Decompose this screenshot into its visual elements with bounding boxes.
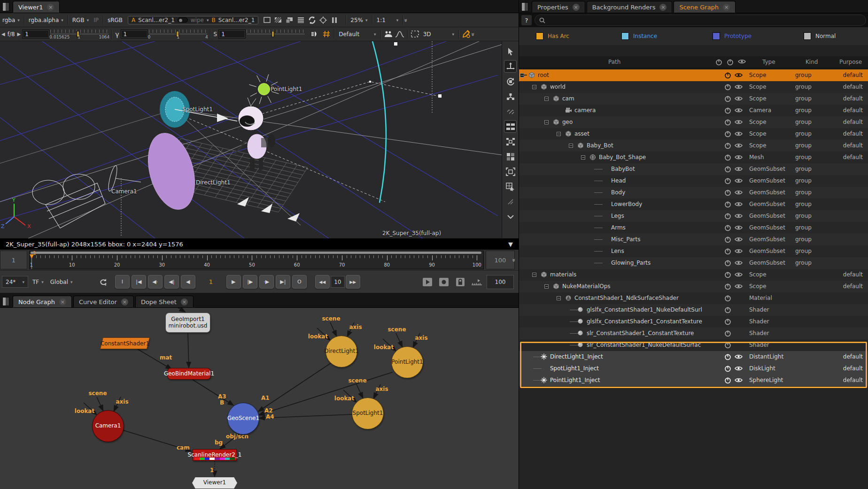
in-point-button[interactable]: I	[115, 275, 130, 289]
close-icon[interactable]: ×	[181, 298, 188, 306]
prev-keyframe-button[interactable]: ◀|	[164, 275, 179, 289]
cursor-icon[interactable]	[504, 45, 517, 58]
node-pointlight1[interactable]: PointLight1	[391, 346, 423, 378]
views-dropdown[interactable]: Global▾	[48, 278, 84, 286]
stereo-cameras-icon[interactable]	[383, 29, 394, 39]
split-horizontal-icon[interactable]	[504, 120, 517, 133]
refresh-icon[interactable]	[306, 15, 318, 25]
collapse-toolbar2-icon[interactable]: »	[470, 33, 477, 36]
zoom-level-dropdown[interactable]: 25%▾	[348, 16, 370, 24]
timeline-collapse-icon[interactable]: »	[511, 259, 518, 261]
tab-curve-editor[interactable]: Curve Editor×	[73, 296, 134, 307]
scale-icon[interactable]	[504, 90, 517, 103]
panel-handle-icon[interactable]	[2, 2, 9, 11]
gain-input[interactable]: 1	[22, 30, 49, 38]
zebra-stripes-icon[interactable]	[272, 15, 284, 25]
loop-mode-icon[interactable]	[97, 275, 109, 288]
range-start-field[interactable]: 1	[0, 251, 27, 269]
record-icon[interactable]	[437, 275, 450, 288]
next-increment-button[interactable]: ·▶	[259, 275, 274, 289]
current-frame-field[interactable]: 1	[200, 275, 222, 289]
node-directlight1[interactable]: DirectLight1	[326, 336, 357, 367]
roi-icon[interactable]	[318, 15, 329, 25]
translate-icon[interactable]	[504, 60, 517, 73]
playback-range-field[interactable]: 100	[487, 275, 514, 289]
goto-start-button[interactable]: |◀	[132, 275, 146, 289]
saturation-slider[interactable]	[246, 28, 306, 41]
input-process-toggle[interactable]: IP	[91, 16, 101, 24]
wipe-toggle[interactable]	[178, 17, 188, 23]
a-input-value[interactable]: Scanl...er2_1	[138, 17, 175, 23]
pointlight-gizmo[interactable]	[258, 84, 270, 95]
layout-grid-icon[interactable]	[504, 150, 517, 163]
lock-icon[interactable]	[454, 275, 466, 288]
flipbook-play-icon[interactable]	[421, 275, 434, 288]
pause-icon[interactable]	[329, 15, 340, 25]
channels-dropdown[interactable]: rgba▾	[0, 16, 22, 24]
step-back-button[interactable]: ◀◀	[315, 275, 330, 289]
proxy-dropdown[interactable]: 1:1▾	[374, 16, 401, 24]
close-icon[interactable]: ×	[47, 4, 54, 11]
layout-center-icon[interactable]	[504, 135, 517, 148]
saturation-input[interactable]: 1	[218, 30, 246, 38]
layout-expand-icon[interactable]	[504, 165, 517, 178]
view-preset-dropdown[interactable]: Default▾	[336, 30, 378, 38]
out-point-button[interactable]: O	[292, 275, 307, 289]
tab-node-graph[interactable]: Node Graph×	[13, 296, 72, 307]
headlamp-icon[interactable]	[310, 29, 321, 39]
prev-aperture-icon[interactable]: ◀	[0, 31, 7, 37]
status-menu-icon[interactable]: ▼	[508, 241, 513, 248]
goto-end-button[interactable]: ▶|	[276, 275, 290, 289]
wipe-mode-dropdown[interactable]: wipe	[191, 17, 204, 23]
view-mode-dropdown[interactable]: 3D▾	[421, 30, 457, 38]
node-geoscene1[interactable]: GeoScene1	[227, 403, 259, 435]
scene-graph-panel: Properties×Background Renders×Scene Grap…	[519, 0, 868, 489]
node-geoimport1[interactable]: GeoImport1minirobot.usd	[165, 313, 210, 333]
node-scanlinerender2_1[interactable]: ScanlineRender2_1	[193, 449, 237, 461]
fps-field[interactable]: 24*▾	[2, 276, 28, 288]
gain-slider[interactable]: 0.015625 1 1064	[49, 28, 109, 41]
render-range-icon[interactable]	[470, 275, 483, 288]
marquee-select-icon[interactable]	[410, 29, 421, 39]
skew-icon[interactable]	[504, 105, 517, 118]
robot-model[interactable]	[234, 98, 275, 171]
tab-viewer1[interactable]: Viewer1 ×	[13, 1, 60, 13]
viewer-3d-viewport[interactable]: Y X Z PointLight1SpotLight1DirectLight1C…	[0, 41, 502, 238]
node-camera1[interactable]: Camera1	[92, 410, 124, 442]
close-icon[interactable]: ×	[121, 298, 128, 306]
chevron-down-icon[interactable]	[504, 210, 517, 223]
ruler-number: 30	[159, 262, 165, 267]
node-geobindmaterial1[interactable]: GeoBindMaterial1	[167, 368, 211, 380]
grid-snap-icon[interactable]	[321, 29, 332, 39]
prev-increment-button[interactable]: ◀·	[148, 275, 163, 289]
layout-select-icon[interactable]	[504, 180, 517, 193]
resize-grip-icon[interactable]	[504, 195, 517, 208]
layer-dropdown[interactable]: rgba.alpha▾	[26, 16, 66, 24]
b-input-value[interactable]: Scanl...er2_1	[218, 17, 255, 23]
layers-icon[interactable]	[284, 15, 295, 25]
display-channel-dropdown[interactable]: RGB▾	[70, 16, 91, 24]
gamma-slider[interactable]: 0 1 4	[148, 28, 208, 41]
timecode-dropdown[interactable]: TF▾	[30, 278, 46, 286]
timeline-scrollbar[interactable]	[31, 252, 481, 254]
node-viewer1[interactable]: Viewer1	[192, 477, 237, 489]
step-forward-button[interactable]: ▶▶	[346, 275, 360, 289]
viewer-lut-dropdown[interactable]: sRGB	[105, 16, 125, 24]
play-backward-button[interactable]: ◀	[181, 275, 195, 289]
panel-handle-icon[interactable]	[2, 297, 9, 306]
gain-region-icon[interactable]	[261, 15, 272, 25]
frame-increment-field[interactable]: 10	[331, 276, 345, 288]
close-icon[interactable]: ×	[59, 298, 66, 306]
timeline-ruler[interactable]: 11020304050607080901001	[29, 251, 484, 269]
falloff-curve-icon[interactable]	[394, 29, 405, 39]
next-aperture-icon[interactable]: ▶	[16, 31, 23, 37]
node-graph-canvas[interactable]: matA3BA1A2A4camobj/scnbg1sceneaxislookat…	[0, 308, 519, 489]
rotate-icon[interactable]	[504, 75, 517, 88]
collapse-toolbar-icon[interactable]: »	[403, 19, 410, 22]
tab-dope-sheet[interactable]: Dope Sheet×	[135, 296, 194, 307]
gamma-input[interactable]: 1	[121, 30, 148, 38]
next-keyframe-button[interactable]: |▶	[243, 275, 257, 289]
scanlines-icon[interactable]	[295, 15, 306, 25]
play-forward-button[interactable]: ▶	[226, 275, 241, 289]
node-spotlight1[interactable]: SpotLight1	[352, 397, 384, 429]
